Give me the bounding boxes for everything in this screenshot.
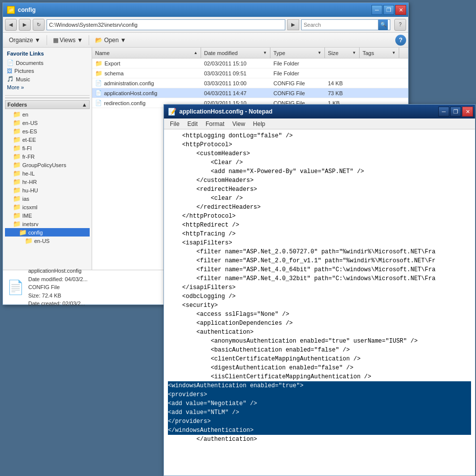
code-line-32: <authentication> xyxy=(168,328,471,337)
code-line-highlight-1: <windowsAuthentication enabled="true"> xyxy=(168,381,471,390)
views-arrow-icon: ▼ xyxy=(77,37,83,44)
folder-tree-inetsrv[interactable]: 📁 inetsrv xyxy=(5,220,90,228)
refresh-button[interactable]: ↻ xyxy=(33,19,45,31)
folder-label-et-ee: et-EE xyxy=(22,137,36,143)
folder-tree-en[interactable]: 📁 en xyxy=(5,110,90,119)
folder-tree-config[interactable]: 📁 config xyxy=(5,228,90,237)
file-cell-apphost-size: 73 KB xyxy=(325,88,360,98)
more-link[interactable]: More » xyxy=(5,83,90,91)
col-tags-label: Tags xyxy=(363,50,374,56)
toolbar-separator-2 xyxy=(89,35,89,45)
folder-tree-et-ee[interactable]: 📁 et-EE xyxy=(5,135,90,144)
address-input[interactable] xyxy=(47,19,285,30)
code-line-42: <iisClientCertificateMappingAuthenticati… xyxy=(168,372,471,381)
folders-header[interactable]: Folders ▲ xyxy=(5,100,90,109)
col-header-name[interactable]: Name ▲ xyxy=(92,48,201,58)
col-header-size[interactable]: Size ▼ xyxy=(325,48,360,58)
organize-button[interactable]: Organize ▼ xyxy=(5,34,45,46)
menu-item-format[interactable]: Format xyxy=(202,119,228,128)
config-icon-admin: 📄 xyxy=(95,80,102,86)
code-line-22: </isapiFilters> xyxy=(168,283,471,292)
notepad-restore-button[interactable]: ❐ xyxy=(450,107,461,117)
preview-panel: 📄 applicationHost.config Date modified: … xyxy=(3,270,171,304)
folder-tree-icsxml[interactable]: 📁 icsxml xyxy=(5,203,90,211)
title-bar-left: 📁 config xyxy=(7,6,36,14)
code-line-18: <filter name="ASP.Net_2.0.50727.0" path=… xyxy=(168,247,471,256)
folder-tree-es-es[interactable]: 📁 es-ES xyxy=(5,127,90,135)
sidebar-item-pictures[interactable]: 🖼 Pictures xyxy=(5,67,90,75)
col-header-date[interactable]: Date modified ▼ xyxy=(201,48,270,58)
back-button[interactable]: ◀ xyxy=(5,19,17,31)
file-row-administration[interactable]: 📄 administration.config 03/03/2011 10:00… xyxy=(92,78,408,88)
file-cell-apphost-tags xyxy=(360,88,399,98)
folder-tree-en-us[interactable]: 📁 en-US xyxy=(5,119,90,127)
close-button[interactable]: ✕ xyxy=(395,5,406,15)
file-date-schema: 03/03/2011 09:51 xyxy=(204,70,247,76)
sidebar-item-documents[interactable]: 📄 Documents xyxy=(5,59,90,67)
preview-date-modified: Date modified: 04/03/2... xyxy=(28,275,88,284)
search-input[interactable] xyxy=(304,22,378,28)
menu-item-edit[interactable]: Edit xyxy=(183,119,202,128)
code-line-5: <Clear /> xyxy=(168,158,471,167)
menu-item-help[interactable]: Help xyxy=(249,119,269,128)
explorer-title: config xyxy=(18,6,36,13)
title-buttons: ─ ❐ ✕ xyxy=(371,5,406,15)
minimize-button[interactable]: ─ xyxy=(371,5,382,15)
folder-tree-grouppolicyusers[interactable]: 📁 GroupPolicyUsers xyxy=(5,161,90,169)
file-cell-export-date: 02/03/2011 15:10 xyxy=(201,59,270,68)
col-header-tags[interactable]: Tags ▼ xyxy=(360,48,399,58)
notepad-content[interactable]: <httpLogging dontLog="false" /> <httpPro… xyxy=(164,129,475,476)
file-cell-schema-size xyxy=(325,68,360,78)
folder-tree-he-il[interactable]: 📁 he-IL xyxy=(5,169,90,178)
col-date-label: Date modified xyxy=(204,50,238,56)
notepad-close-button[interactable]: ✕ xyxy=(462,107,473,117)
folder-icon-en: 📁 xyxy=(13,111,21,118)
folder-label-fr-fr: fr-FR xyxy=(22,154,35,160)
toolbar-separator-1 xyxy=(47,35,47,45)
col-name-sort-icon: ▲ xyxy=(194,51,198,55)
help-circle-button[interactable]: ? xyxy=(395,35,406,46)
menu-item-view[interactable]: View xyxy=(228,119,249,128)
notepad-minimize-button[interactable]: ─ xyxy=(438,107,449,117)
menu-item-file[interactable]: File xyxy=(166,119,183,128)
help-button[interactable]: ? xyxy=(394,19,406,31)
search-button[interactable]: 🔍 xyxy=(378,19,388,30)
code-line-highlight-3: <add value="Negotiate" /> xyxy=(168,399,471,408)
folder-tree-ias[interactable]: 📁 ias xyxy=(5,194,90,203)
documents-label: Documents xyxy=(16,60,44,66)
favorite-links-header: Favorite Links xyxy=(5,50,90,58)
code-line-highlight-5: </providers> xyxy=(168,417,471,426)
explorer-title-bar: 📁 config ─ ❐ ✕ xyxy=(3,3,408,17)
folder-icon-hu-hu: 📁 xyxy=(13,186,21,194)
views-button[interactable]: ▦ Views ▼ xyxy=(49,34,87,46)
file-list-header: Name ▲ Date modified ▼ Type ▼ Size ▼ Tag… xyxy=(92,48,408,59)
folder-tree-fi-fi[interactable]: 📁 fi-FI xyxy=(5,144,90,152)
file-row-export[interactable]: 📁 Export 02/03/2011 15:10 File Folder xyxy=(92,59,408,68)
folder-label-grouppolicyusers: GroupPolicyUsers xyxy=(22,162,66,168)
forward-button[interactable]: ▶ xyxy=(19,19,31,31)
go-button[interactable]: ▶ xyxy=(287,19,299,30)
folder-tree-ime[interactable]: 📁 IME xyxy=(5,211,90,220)
restore-button[interactable]: ❐ xyxy=(383,5,394,15)
preview-info: applicationHost.config Date modified: 04… xyxy=(28,267,88,308)
file-row-schema[interactable]: 📁 schema 03/03/2011 09:51 File Folder xyxy=(92,68,408,78)
open-button[interactable]: 📂 Open ▼ xyxy=(91,34,130,46)
more-arrow-icon: » xyxy=(21,84,24,90)
file-cell-admin-name: 📄 administration.config xyxy=(92,78,201,88)
file-cell-apphost-type: CONFIG File xyxy=(270,88,325,98)
col-name-label: Name xyxy=(95,50,109,56)
file-row-apphost[interactable]: 📄 applicationHost.config 04/03/2011 14:4… xyxy=(92,88,408,98)
folder-tree-hr-hr[interactable]: 📁 hr-HR xyxy=(5,178,90,186)
sidebar-item-music[interactable]: 🎵 Music xyxy=(5,75,90,83)
folder-tree-en-us-2[interactable]: 📁 en-US xyxy=(5,237,90,245)
code-line-7: </customHeaders> xyxy=(168,176,471,185)
col-header-type[interactable]: Type ▼ xyxy=(270,48,325,58)
folder-label-ime: IME xyxy=(22,213,32,219)
notepad-window: 📝 applicationHost.config - Notepad ─ ❐ ✕… xyxy=(163,104,476,476)
file-cell-admin-size: 14 KB xyxy=(325,78,360,88)
code-line-highlight-6: </windowsAuthentication> xyxy=(168,426,471,435)
file-type-schema: File Folder xyxy=(273,70,299,76)
folder-tree-fr-fr[interactable]: 📁 fr-FR xyxy=(5,152,90,161)
folder-tree-hu-hu[interactable]: 📁 hu-HU xyxy=(5,186,90,194)
preview-icon: 📄 xyxy=(7,279,24,296)
